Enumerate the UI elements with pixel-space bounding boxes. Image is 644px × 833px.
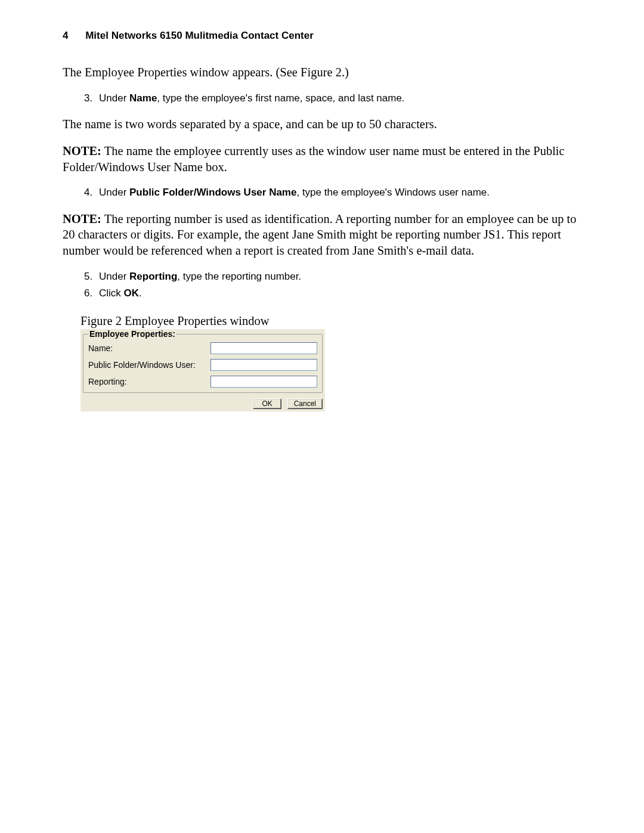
steps-list-4: Under Public Folder/Windows User Name, t… [63,185,581,200]
row-name: Name: [88,342,317,354]
step-6-bold: OK [124,287,140,299]
note-2-label: NOTE: [63,212,101,225]
step-5-suffix: , type the reporting number. [177,271,301,282]
note-1-label: NOTE: [63,144,101,157]
ok-button[interactable]: OK [253,398,281,409]
label-name: Name: [88,343,210,353]
name-rule-paragraph: The name is two words separated by a spa… [63,116,581,132]
public-folder-input[interactable] [210,359,317,371]
employee-properties-dialog: Employee Properties: Name: Public Folder… [80,329,325,411]
steps-list-3: Under Name, type the employee's first na… [63,91,581,106]
note-2-body: The reporting number is used as identifi… [63,212,577,257]
step-6: Click OK. [95,286,581,301]
reporting-input[interactable] [210,376,317,388]
figure-caption: Figure 2 Employee Properties window [80,314,581,328]
step-3-suffix: , type the employee's first name, space,… [157,92,404,104]
step-4-bold: Public Folder/Windows User Name [129,187,296,198]
intro-paragraph: The Employee Properties window appears. … [63,64,581,80]
dialog-legend: Employee Properties: [88,329,177,339]
step-3: Under Name, type the employee's first na… [95,91,581,106]
label-reporting: Reporting: [88,377,210,386]
page-header: 4 Mitel Networks 6150 Mulitmedia Contact… [63,30,581,42]
step-3-bold: Name [129,92,157,104]
cancel-button[interactable]: Cancel [287,398,323,409]
row-public-folder: Public Folder/Windows User: [88,359,317,371]
header-title: Mitel Networks 6150 Mulitmedia Contact C… [85,30,314,41]
step-6-prefix: Click [99,287,124,299]
note-2: NOTE: The reporting number is used as id… [63,211,581,259]
name-input[interactable] [210,342,317,354]
step-5-prefix: Under [99,271,129,282]
step-5-bold: Reporting [129,271,177,282]
step-4: Under Public Folder/Windows User Name, t… [95,185,581,200]
step-4-suffix: , type the employee's Windows user name. [296,187,490,198]
dialog-button-row: OK Cancel [83,395,323,409]
step-5: Under Reporting, type the reporting numb… [95,270,581,284]
step-6-suffix: . [139,287,142,299]
step-3-prefix: Under [99,92,129,104]
note-1-body: The name the employee currently uses as … [63,144,565,174]
label-public-folder: Public Folder/Windows User: [88,360,210,370]
steps-list-5-6: Under Reporting, type the reporting numb… [63,270,581,301]
note-1: NOTE: The name the employee currently us… [63,143,581,175]
step-4-prefix: Under [99,187,129,198]
document-page: 4 Mitel Networks 6150 Mulitmedia Contact… [0,0,644,441]
row-reporting: Reporting: [88,376,317,388]
page-number: 4 [63,30,68,42]
